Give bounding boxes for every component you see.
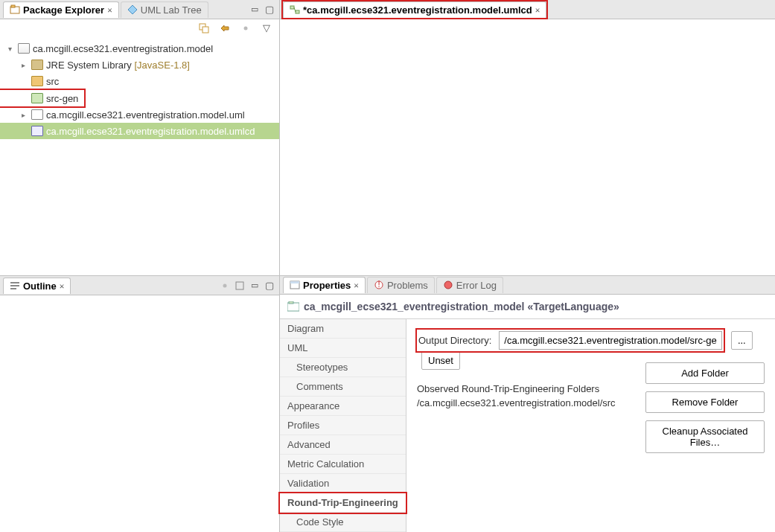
tree-label: src-gen	[46, 93, 78, 104]
close-icon[interactable]: ✕	[354, 281, 359, 290]
cat-diagram[interactable]: Diagram	[280, 319, 406, 339]
properties-icon	[290, 280, 300, 290]
tree-umlcd-file[interactable]: ca.mcgill.ecse321.eventregistration.mode…	[0, 123, 279, 139]
close-icon[interactable]: ✕	[107, 5, 112, 15]
close-icon[interactable]: ✕	[60, 281, 65, 291]
svg-marker-2	[128, 5, 137, 14]
tree-uml-file[interactable]: ▸ ca.mcgill.ecse321.eventregistration.mo…	[0, 106, 279, 123]
outline-body	[0, 295, 279, 532]
tree-src-gen[interactable]: src-gen	[0, 90, 84, 106]
browse-button[interactable]: ...	[731, 331, 753, 350]
tab-label: Properties	[303, 280, 351, 291]
cat-uml[interactable]: UML	[280, 339, 406, 358]
left-tabbar: Package Explorer ✕ UML Lab Tree ▭ ▢	[0, 0, 279, 19]
svg-rect-14	[290, 281, 299, 283]
svg-rect-4	[202, 27, 208, 33]
package-explorer-tree: ▾ ca.mcgill.ecse321.eventregistration.mo…	[0, 37, 279, 275]
tab-properties[interactable]: Properties ✕	[283, 277, 366, 293]
expand-toggle-icon[interactable]: ▾	[4, 45, 15, 53]
tab-label: Package Explorer	[23, 4, 104, 16]
project-icon	[18, 43, 30, 54]
view-menu-icon[interactable]: ▽	[260, 22, 273, 35]
editor-tabbar: *ca.mcgill.ecse321.eventregistration.mod…	[280, 0, 775, 19]
outline-tabbar: Outline ✕ ▭ ▢	[0, 276, 279, 295]
properties-categories: Diagram UML Stereotypes Comments Appeara…	[280, 319, 406, 532]
cat-code-style[interactable]: Code Style	[280, 513, 406, 532]
tab-label: Error Log	[456, 280, 497, 291]
tab-error-log[interactable]: Error Log	[436, 277, 503, 293]
cat-advanced[interactable]: Advanced	[280, 435, 406, 455]
maximize-icon[interactable]: ▢	[263, 279, 276, 292]
output-dir-label: Output Directory:	[418, 335, 491, 346]
collapse-all-icon[interactable]	[197, 22, 211, 35]
editor-canvas[interactable]	[280, 19, 775, 275]
svg-rect-11	[290, 6, 294, 9]
link-editor-icon[interactable]	[218, 22, 232, 35]
tree-label: ca.mcgill.ecse321.eventregistration.mode…	[33, 43, 213, 54]
uml-tree-icon	[127, 4, 138, 15]
cat-appearance[interactable]: Appearance	[280, 397, 406, 416]
tab-uml-lab-tree[interactable]: UML Lab Tree	[121, 1, 208, 18]
folder-icon	[31, 93, 43, 103]
model-icon	[287, 301, 299, 312]
output-dir-input[interactable]	[499, 331, 722, 350]
maximize-icon[interactable]: ▢	[263, 3, 276, 16]
focus-icon[interactable]	[218, 279, 232, 292]
cat-comments[interactable]: Comments	[280, 377, 406, 397]
add-folder-button[interactable]: Add Folder	[645, 362, 765, 384]
tree-label: JRE System Library [JavaSE-1.8]	[46, 60, 190, 71]
svg-text:!: !	[377, 280, 380, 289]
tree-label: src	[46, 76, 59, 87]
svg-point-17	[444, 281, 452, 289]
library-icon	[31, 60, 43, 70]
umlcd-file-icon	[31, 126, 43, 136]
cat-profiles[interactable]: Profiles	[280, 416, 406, 435]
svg-rect-10	[236, 282, 243, 289]
tab-label: *ca.mcgill.ecse321.eventregistration.mod…	[303, 4, 532, 16]
tree-label: ca.mcgill.ecse321.eventregistration.mode…	[46, 109, 245, 121]
package-explorer-icon	[10, 4, 20, 15]
unset-button[interactable]: Unset	[421, 351, 460, 370]
tab-outline[interactable]: Outline ✕	[3, 278, 71, 294]
tab-label: Problems	[387, 280, 428, 291]
svg-rect-6	[10, 282, 19, 283]
expand-toggle-icon[interactable]: ▸	[18, 111, 28, 119]
tree-jre[interactable]: ▸ JRE System Library [JavaSE-1.8]	[0, 57, 279, 73]
cat-metric[interactable]: Metric Calculation	[280, 455, 406, 474]
expand-toggle-icon[interactable]: ▸	[18, 61, 28, 69]
svg-rect-7	[10, 285, 19, 286]
tree-label: ca.mcgill.ecse321.eventregistration.mode…	[46, 126, 255, 137]
cat-validation[interactable]: Validation	[280, 474, 406, 493]
svg-point-5	[244, 26, 248, 30]
editor-tab-umlcd[interactable]: *ca.mcgill.ecse321.eventregistration.mod…	[283, 1, 546, 18]
tab-label: Outline	[23, 281, 57, 292]
cleanup-button[interactable]: Cleanup Associated Files…	[645, 420, 765, 453]
remove-folder-button[interactable]: Remove Folder	[645, 391, 765, 413]
cat-rte[interactable]: Round-Trip-Engineering	[280, 493, 406, 513]
svg-rect-12	[296, 10, 299, 13]
properties-title: ca_mcgill_ecse321_eventregistration_mode…	[304, 301, 619, 313]
svg-rect-8	[10, 288, 16, 289]
tree-project-root[interactable]: ▾ ca.mcgill.ecse321.eventregistration.mo…	[0, 40, 279, 57]
error-log-icon	[443, 280, 453, 290]
tab-problems[interactable]: ! Problems	[367, 277, 435, 293]
close-icon[interactable]: ✕	[535, 5, 540, 15]
minimize-icon[interactable]: ▭	[248, 279, 261, 292]
svg-point-9	[223, 283, 227, 287]
tree-src[interactable]: src	[0, 73, 279, 89]
problems-icon: !	[374, 280, 384, 290]
properties-header: ca_mcgill_ecse321_eventregistration_mode…	[280, 295, 775, 318]
tab-label: UML Lab Tree	[141, 4, 202, 16]
tab-package-explorer[interactable]: Package Explorer ✕	[3, 1, 119, 18]
cat-stereotypes[interactable]: Stereotypes	[280, 358, 406, 377]
uml-file-icon	[31, 109, 43, 120]
outline-icon	[10, 281, 20, 291]
focus-icon[interactable]	[239, 22, 252, 35]
svg-rect-18	[287, 303, 299, 311]
outline-mode-icon[interactable]	[233, 279, 246, 292]
svg-rect-19	[289, 301, 293, 304]
package-explorer-toolbar: ▽	[0, 19, 279, 37]
minimize-icon[interactable]: ▭	[248, 3, 261, 16]
svg-rect-1	[11, 5, 15, 7]
diagram-file-icon	[290, 4, 300, 15]
